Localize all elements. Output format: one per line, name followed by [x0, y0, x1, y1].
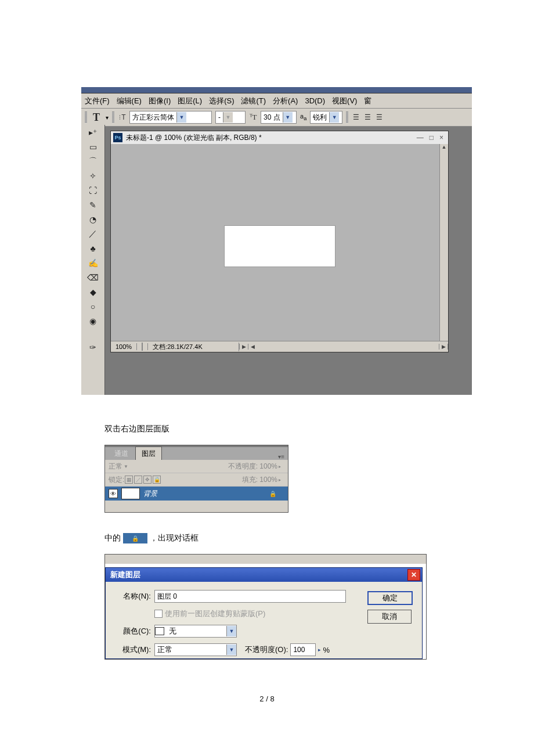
lock-label: 锁定: — [109, 475, 124, 485]
document-window: Ps 未标题-1 @ 100% (欢迎光临 副本, RGB/8) * — □ ×… — [110, 131, 449, 352]
swatch-icon — [155, 627, 164, 635]
ps-badge-icon: Ps — [113, 133, 122, 142]
menu-select[interactable]: 选择(S) — [209, 96, 234, 106]
name-input[interactable]: 图层 0 — [154, 590, 346, 603]
layer-name: 背景 — [143, 489, 157, 499]
menu-image[interactable]: 图像(I) — [149, 96, 171, 106]
menu-filter[interactable]: 滤镜(T) — [241, 96, 266, 106]
tab-layers[interactable]: 图层 — [135, 447, 162, 460]
vertical-scrollbar[interactable]: ▲ — [439, 144, 448, 341]
tab-channels[interactable]: 通道 — [109, 447, 134, 460]
horizontal-scrollbar[interactable]: ▶◀▶ — [239, 343, 448, 351]
lock-all-icon[interactable]: 🔒 — [153, 476, 161, 484]
grip-icon — [346, 111, 348, 123]
zoom-value[interactable]: 100% — [111, 343, 137, 350]
marquee-tool-icon[interactable]: ▭ — [81, 139, 104, 154]
tool-palette: ▸⁺ ▭ ⌒ ✧ ⛶ ✎ ◔ ／ ♣ ✍ ⌫ ◆ ○ ◉ ✑ — [81, 125, 105, 395]
font-family-select[interactable]: 方正彩云简体▼ — [129, 111, 212, 124]
menu-window[interactable]: 窗 — [364, 96, 371, 106]
opacity-label: 不透明度: — [228, 462, 258, 471]
mode-select[interactable]: 正常▼ — [154, 643, 237, 656]
grip-icon — [85, 111, 87, 123]
opacity-input[interactable]: 100 — [290, 643, 316, 656]
canvas[interactable] — [224, 225, 335, 267]
eyedropper-tool-icon[interactable]: ✎ — [81, 197, 104, 212]
canvas-area[interactable] — [111, 144, 440, 341]
new-layer-dialog: 新建图层 ✕ 名称(N): 图层 0 使用前一图层创建剪贴蒙版(P) 颜色(C)… — [105, 567, 423, 659]
minimize-icon[interactable]: — — [417, 134, 424, 142]
chevron-down-icon[interactable]: ▼ — [124, 464, 129, 469]
menu-view[interactable]: 视图(V) — [332, 96, 357, 106]
clip-mask-checkbox — [154, 610, 163, 618]
layer-thumbnail[interactable] — [121, 488, 140, 499]
fill-value[interactable]: 100% — [258, 476, 279, 484]
visibility-icon[interactable]: 👁 — [109, 489, 118, 498]
menu-bar: 文件(F) 编辑(E) 图像(I) 图层(L) 选择(S) 滤镜(T) 分析(A… — [81, 93, 472, 109]
menu-file[interactable]: 文件(F) — [85, 96, 110, 106]
brush-tool-icon[interactable]: ／ — [81, 226, 104, 241]
crop-tool-icon[interactable]: ⛶ — [81, 183, 104, 197]
percent-label: % — [323, 646, 330, 654]
font-size-select[interactable]: 30 点▼ — [261, 111, 297, 124]
document-title: 未标题-1 @ 100% (欢迎光临 副本, RGB/8) * — [126, 133, 262, 143]
text-tool-icon[interactable]: T — [93, 111, 100, 124]
antialias-select[interactable]: 锐利▼ — [310, 111, 342, 124]
pen-tool-icon[interactable]: ✑ — [81, 340, 104, 354]
menu-analysis[interactable]: 分析(A) — [273, 96, 298, 106]
align-right-icon[interactable]: ☰ — [375, 113, 383, 121]
menu-layer[interactable]: 图层(L) — [178, 96, 202, 106]
font-style-select[interactable]: -▼ — [215, 111, 246, 124]
close-icon[interactable]: ✕ — [407, 569, 420, 581]
color-select[interactable]: 无▼ — [154, 625, 237, 638]
panel-menu-icon[interactable]: ▾≡ — [278, 453, 288, 460]
blur-tool-icon[interactable]: ○ — [81, 299, 104, 314]
ab-icon[interactable] — [142, 343, 143, 351]
align-center-icon[interactable]: ☰ — [363, 113, 371, 121]
maximize-icon[interactable]: □ — [430, 134, 434, 142]
move-tool-icon[interactable]: ▸⁺ — [81, 125, 104, 139]
blend-mode-select[interactable]: 正常 — [109, 462, 124, 471]
lock-icon-inline: 🔒 — [123, 533, 147, 543]
lock-icon[interactable]: 🔒 — [269, 490, 276, 497]
page-number: 2 / 8 — [0, 694, 534, 703]
opacity-label: 不透明度(O): — [245, 645, 288, 655]
text-orientation-icon[interactable]: ⸽T — [118, 113, 126, 121]
lock-pixels-icon[interactable]: ▦ — [125, 476, 133, 484]
ok-button[interactable]: 确定 — [367, 591, 413, 605]
stamp-tool-icon[interactable]: ♣ — [81, 241, 104, 255]
dialog-titlebar: 新建图层 ✕ — [106, 568, 422, 582]
lock-position-icon[interactable]: ✥ — [143, 476, 151, 484]
document-titlebar: Ps 未标题-1 @ 100% (欢迎光临 副本, RGB/8) * — □ × — [111, 131, 448, 145]
dodge-tool-icon[interactable]: ◉ — [81, 314, 104, 328]
arrow-icon[interactable]: ▸ — [279, 464, 284, 469]
arrow-icon[interactable]: ▸ — [279, 477, 284, 483]
cancel-button[interactable]: 取消 — [367, 610, 412, 624]
doc-size: 文档:28.1K/27.4K — [148, 343, 239, 351]
wand-tool-icon[interactable]: ✧ — [81, 168, 104, 183]
bucket-tool-icon[interactable]: ◆ — [81, 285, 104, 299]
menu-edit[interactable]: 编辑(E) — [117, 96, 142, 106]
antialias-label: aa — [300, 113, 306, 121]
dialog-title: 新建图层 — [110, 570, 140, 580]
opacity-value[interactable]: 100% — [258, 462, 279, 470]
heal-tool-icon[interactable]: ◔ — [81, 212, 104, 226]
history-brush-icon[interactable]: ✍ — [81, 255, 104, 270]
color-label: 颜色(C): — [113, 626, 151, 636]
font-size-icon: ᵀT — [249, 113, 257, 121]
arrow-icon[interactable]: ▸ — [316, 647, 323, 653]
grip-icon — [112, 111, 114, 123]
options-bar: T▾ ⸽T 方正彩云简体▼ -▼ ᵀT 30 点▼ aa 锐利▼ ☰ ☰ ☰ — [81, 109, 472, 127]
layer-row-background[interactable]: 👁 背景 🔒 — [105, 487, 288, 501]
close-icon[interactable]: × — [439, 134, 443, 142]
lock-paint-icon[interactable]: ／ — [134, 476, 142, 484]
caption-text: 双击右边图层面版 — [104, 424, 534, 434]
lasso-tool-icon[interactable]: ⌒ — [81, 154, 104, 168]
caption-text-2: 中的 🔒 ，出现对话框 — [104, 533, 534, 543]
name-label: 名称(N): — [113, 591, 151, 602]
new-layer-dialog-screenshot: 新建图层 ✕ 名称(N): 图层 0 使用前一图层创建剪贴蒙版(P) 颜色(C)… — [104, 554, 427, 660]
align-left-icon[interactable]: ☰ — [352, 113, 360, 121]
photoshop-main-screenshot: 文件(F) 编辑(E) 图像(I) 图层(L) 选择(S) 滤镜(T) 分析(A… — [81, 87, 472, 395]
clip-mask-label: 使用前一图层创建剪贴蒙版(P) — [165, 609, 265, 619]
eraser-tool-icon[interactable]: ⌫ — [81, 270, 104, 285]
menu-3d[interactable]: 3D(D) — [305, 96, 325, 105]
